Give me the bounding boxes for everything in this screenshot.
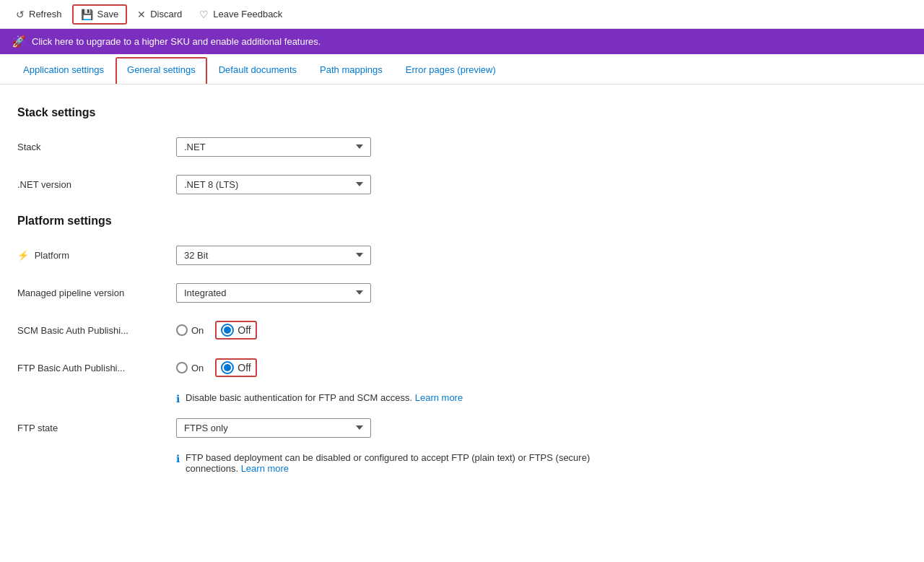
ftp-info-text: Disable basic authentication for FTP and…: [186, 392, 463, 403]
ftp-state-info: ℹ FTP based deployment can be disabled o…: [176, 452, 632, 474]
leave-feedback-button[interactable]: ♡ Leave Feedback: [192, 6, 289, 23]
scm-on-radio[interactable]: [176, 324, 188, 336]
tab-application-settings[interactable]: Application settings: [12, 57, 116, 84]
feedback-icon: ♡: [199, 9, 209, 20]
scm-basic-auth-label: SCM Basic Auth Publishi...: [17, 325, 176, 336]
tab-default-documents[interactable]: Default documents: [207, 57, 308, 84]
main-content: Stack settings Stack .NET Node Python PH…: [0, 85, 650, 498]
ftp-basic-auth-label: FTP Basic Auth Publishi...: [17, 363, 176, 373]
ftp-basic-auth-row: FTP Basic Auth Publishi... On Off: [17, 355, 632, 381]
scm-basic-auth-radio-group: On Off: [176, 321, 257, 340]
discard-label: Discard: [150, 9, 182, 20]
toolbar: ↺ Refresh 💾 Save ✕ Discard ♡ Leave Feedb…: [0, 0, 924, 29]
scm-off-radio[interactable]: [221, 324, 234, 337]
scm-on-option[interactable]: On: [176, 324, 204, 336]
scm-basic-auth-row: SCM Basic Auth Publishi... On Off: [17, 317, 632, 343]
stack-label: Stack: [17, 142, 176, 152]
net-version-row: .NET version .NET 8 (LTS) .NET 7 .NET 6 …: [17, 171, 632, 197]
managed-pipeline-label: Managed pipeline version: [17, 288, 176, 298]
ftp-learn-more-link[interactable]: Learn more: [415, 392, 463, 403]
ftp-on-radio[interactable]: [176, 362, 188, 373]
info-icon-ftp: ℹ: [176, 393, 180, 405]
stack-row: Stack .NET Node Python PHP: [17, 134, 632, 160]
refresh-icon: ↺: [16, 9, 25, 20]
tab-general-settings[interactable]: General settings: [116, 57, 207, 84]
stack-select[interactable]: .NET Node Python PHP: [176, 137, 371, 157]
platform-label: ⚡ Platform: [17, 250, 176, 261]
managed-pipeline-select[interactable]: Integrated Classic: [176, 283, 371, 303]
scm-off-option-outlined[interactable]: Off: [215, 321, 256, 340]
upgrade-banner-text: Click here to upgrade to a higher SKU an…: [32, 36, 321, 47]
ftp-state-select[interactable]: FTPS only All allowed Disabled: [176, 418, 371, 438]
managed-pipeline-row: Managed pipeline version Integrated Clas…: [17, 280, 632, 306]
save-label: Save: [97, 9, 119, 20]
tabs-container: Application settings General settings De…: [0, 57, 924, 85]
refresh-button[interactable]: ↺ Refresh: [9, 6, 69, 23]
ftp-on-label: On: [191, 363, 204, 373]
scm-off-label: Off: [237, 324, 250, 336]
stack-settings-section: Stack settings Stack .NET Node Python PH…: [17, 106, 632, 197]
tab-error-pages[interactable]: Error pages (preview): [394, 57, 507, 84]
net-version-label: .NET version: [17, 179, 176, 190]
platform-row: ⚡ Platform 32 Bit 64 Bit: [17, 242, 632, 268]
stack-settings-title: Stack settings: [17, 106, 632, 119]
platform-settings-section: Platform settings ⚡ Platform 32 Bit 64 B…: [17, 215, 632, 474]
tab-path-mappings[interactable]: Path mappings: [308, 57, 394, 84]
save-button[interactable]: 💾 Save: [72, 4, 128, 25]
ftp-off-radio[interactable]: [221, 361, 234, 374]
ftp-state-learn-more-link[interactable]: Learn more: [241, 463, 289, 474]
ftp-basic-auth-info: ℹ Disable basic authentication for FTP a…: [176, 392, 632, 405]
refresh-label: Refresh: [29, 9, 62, 20]
discard-icon: ✕: [137, 9, 146, 20]
rocket-icon: 🚀: [12, 35, 26, 48]
discard-button[interactable]: ✕ Discard: [130, 6, 189, 23]
ftp-off-label: Off: [237, 362, 250, 373]
upgrade-banner[interactable]: 🚀 Click here to upgrade to a higher SKU …: [0, 29, 924, 54]
save-icon: 💾: [81, 9, 93, 20]
platform-settings-title: Platform settings: [17, 215, 632, 228]
ftp-off-option-outlined[interactable]: Off: [215, 358, 256, 377]
ftp-basic-auth-radio-group: On Off: [176, 358, 257, 377]
net-version-select[interactable]: .NET 8 (LTS) .NET 7 .NET 6 (LTS): [176, 175, 371, 194]
ftp-state-info-text: FTP based deployment can be disabled or …: [186, 452, 632, 474]
platform-select[interactable]: 32 Bit 64 Bit: [176, 246, 371, 265]
info-icon-ftpstate: ℹ: [176, 453, 180, 464]
ftp-on-option[interactable]: On: [176, 362, 204, 373]
leave-feedback-label: Leave Feedback: [213, 9, 282, 20]
scm-on-label: On: [191, 325, 204, 336]
ftp-state-label: FTP state: [17, 423, 176, 433]
platform-lightning-icon: ⚡: [17, 250, 29, 261]
ftp-state-row: FTP state FTPS only All allowed Disabled: [17, 415, 632, 441]
